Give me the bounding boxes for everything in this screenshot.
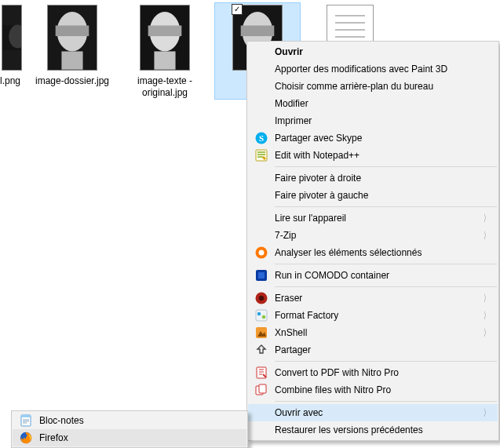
menu-item-label: Choisir comme arrière-plan du bureau <box>275 81 433 92</box>
file-item[interactable]: image-texte - original.jpg <box>122 3 207 99</box>
menu-item-label: Faire pivoter à gauche <box>275 190 368 201</box>
svg-rect-8 <box>148 26 182 37</box>
menu-item[interactable]: Eraser〉 <box>248 290 498 307</box>
svg-rect-4 <box>56 26 89 37</box>
menu-item-label: Lire sur l'appareil <box>275 213 346 224</box>
menu-item[interactable]: Analyser les éléments sélectionnés <box>248 244 498 261</box>
menu-item-label: Imprimer <box>275 115 312 126</box>
menu-item-label: Ouvrir avec <box>275 407 323 418</box>
menu-item[interactable]: Format Factory〉 <box>248 307 498 324</box>
svg-rect-12 <box>241 26 275 37</box>
avast-icon <box>254 246 268 260</box>
selected-check-icon: ✓ <box>232 4 243 15</box>
file-thumbnail <box>2 5 22 71</box>
firefox-icon <box>19 432 32 445</box>
menu-separator <box>275 401 497 402</box>
menu-item[interactable]: Partager <box>248 341 498 359</box>
file-item[interactable]: l.png <box>0 3 22 99</box>
menu-item-label: Eraser <box>275 293 302 304</box>
menu-item-label: Restaurer les versions précédentes <box>275 424 423 435</box>
menu-item[interactable]: Imprimer <box>248 112 498 129</box>
menu-separator <box>275 286 497 287</box>
menu-item-label: Convert to PDF with Nitro Pro <box>275 367 399 378</box>
menu-item[interactable]: XnShell〉 <box>248 324 498 341</box>
npp-icon <box>254 149 268 162</box>
menu-item-label: 7-Zip <box>275 230 296 241</box>
chevron-right-icon: 〉 <box>484 292 489 305</box>
menu-item[interactable]: Convert to PDF with Nitro Pro <box>248 364 498 381</box>
menu-item[interactable]: Combine files with Nitro Pro <box>248 381 498 399</box>
menu-item-label: Format Factory <box>275 310 338 321</box>
context-menu: OuvrirApporter des modifications avec Pa… <box>246 41 499 441</box>
menu-item-label: Modifier <box>275 98 308 109</box>
menu-item[interactable]: Apporter des modifications avec Paint 3D <box>248 60 498 78</box>
chevron-right-icon: 〉 <box>484 229 489 242</box>
menu-item[interactable]: Restaurer les versions précédentes <box>248 421 498 439</box>
submenu-item[interactable]: Firefox <box>13 429 246 446</box>
svg-rect-5 <box>61 51 82 69</box>
nitro1-icon <box>254 366 268 380</box>
menu-item[interactable]: Ouvrir <box>248 43 498 60</box>
file-label: l.png <box>0 75 22 87</box>
menu-item-label: Faire pivoter à droite <box>275 173 361 184</box>
menu-item-label: Partager avec Skype <box>275 133 362 144</box>
xn-icon <box>254 326 268 340</box>
submenu-item[interactable]: Bloc-notes <box>13 412 246 429</box>
menu-item[interactable]: Modifier <box>248 95 498 112</box>
ff-icon <box>254 309 268 322</box>
notepad-icon <box>19 414 32 428</box>
menu-item-label: Partager <box>275 344 311 355</box>
menu-item[interactable]: Edit with Notepad++ <box>248 147 498 164</box>
file-label: image-texte - original.jpg <box>126 75 204 99</box>
file-item[interactable]: image-dossier.jpg <box>30 3 115 99</box>
menu-item-label: Edit with Notepad++ <box>275 150 359 161</box>
eraser-icon <box>254 292 268 305</box>
chevron-right-icon: 〉 <box>484 309 489 322</box>
menu-separator <box>275 166 497 167</box>
skype-icon <box>254 132 268 145</box>
menu-item-label: Ouvrir <box>275 46 303 57</box>
nitro2-icon <box>254 384 268 397</box>
comodo-icon <box>254 269 268 282</box>
menu-separator <box>275 264 497 264</box>
file-explorer-view: l.png image-dossier.jpg image-texte - or… <box>0 0 500 448</box>
chevron-right-icon: 〉 <box>484 212 489 225</box>
chevron-right-icon: 〉 <box>484 406 489 420</box>
menu-item[interactable]: Lire sur l'appareil〉 <box>248 209 498 227</box>
menu-item-label: Run in COMODO container <box>275 270 389 281</box>
menu-separator <box>275 361 497 362</box>
menu-separator <box>275 206 497 207</box>
file-thumbnail <box>47 5 97 71</box>
menu-item[interactable]: Ouvrir avec〉 <box>248 404 498 421</box>
menu-item[interactable]: 7-Zip〉 <box>248 227 498 244</box>
menu-item[interactable]: Partager avec Skype <box>248 129 498 147</box>
svg-rect-9 <box>154 51 175 69</box>
menu-item-label: Apporter des modifications avec Paint 3D <box>275 64 447 75</box>
menu-item-label: Analyser les éléments sélectionnés <box>275 247 422 258</box>
menu-item-label: XnShell <box>275 327 307 338</box>
chevron-right-icon: 〉 <box>484 326 489 340</box>
menu-item[interactable]: Choisir comme arrière-plan du bureau <box>248 78 498 95</box>
menu-item[interactable]: Run in COMODO container <box>248 267 498 284</box>
submenu-item-label: Bloc-notes <box>39 415 84 426</box>
file-thumbnail <box>140 5 190 71</box>
submenu-item-label: Firefox <box>39 432 68 443</box>
menu-item[interactable]: Faire pivoter à gauche <box>248 187 498 204</box>
open-with-submenu: Bloc-notesFirefox <box>11 410 248 448</box>
menu-item-label: Combine files with Nitro Pro <box>275 384 391 395</box>
file-label: image-dossier.jpg <box>33 75 111 87</box>
share-icon <box>254 344 268 357</box>
menu-item[interactable]: Faire pivoter à droite <box>248 169 498 187</box>
